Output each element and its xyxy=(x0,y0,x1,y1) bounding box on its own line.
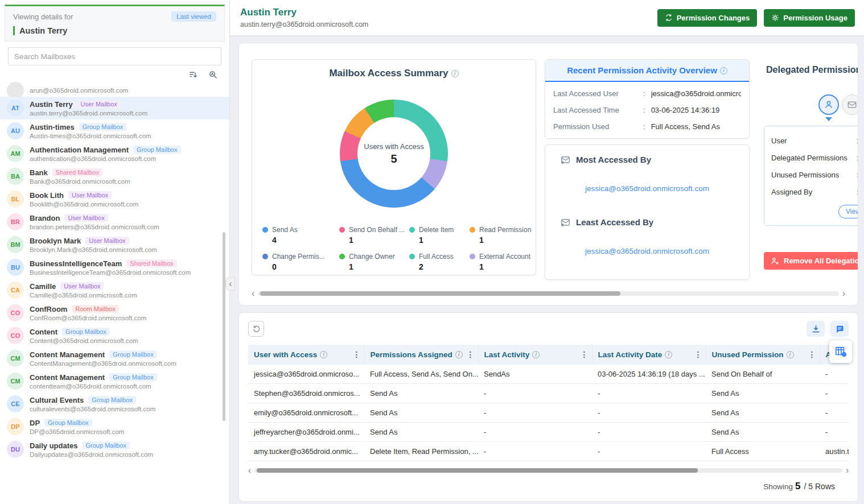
avatar: BL xyxy=(7,191,24,208)
info-icon[interactable]: i xyxy=(665,351,672,358)
delegated-user-view-icon[interactable] xyxy=(818,94,839,115)
mailbox-list-item[interactable]: DU Daily updates Group Mailbox Dailyupda… xyxy=(0,438,229,461)
info-icon[interactable]: i xyxy=(455,351,463,358)
table-row[interactable]: emily@o365droid.onmicrosoft...Send As--S… xyxy=(248,403,849,423)
gear-icon xyxy=(771,14,779,22)
remove-all-delegation-button[interactable]: Remove All Delegation xyxy=(764,252,858,270)
most-accessed-label: Most Accessed By xyxy=(576,155,651,164)
info-icon[interactable]: i xyxy=(787,351,794,358)
mail-info-icon xyxy=(560,154,571,165)
column-menu-icon[interactable]: ⋮ xyxy=(694,350,702,359)
column-header[interactable]: Permissions Assignedi⋮ xyxy=(364,345,478,365)
column-menu-icon[interactable]: ⋮ xyxy=(581,350,589,359)
column-header-label: Unused Permission xyxy=(712,350,784,359)
column-header[interactable]: Last Activity Datei⋮ xyxy=(592,345,706,365)
sort-icon[interactable] xyxy=(188,70,198,80)
legend-value: 0 xyxy=(272,262,339,271)
scroll-right-icon[interactable]: › xyxy=(842,289,845,298)
sidebar-collapse-handle[interactable]: ‹ xyxy=(225,277,235,291)
table-wrapper: User with Accessi⋮Permissions Assignedi⋮… xyxy=(248,345,849,461)
feedback-message-button[interactable] xyxy=(830,321,849,337)
column-menu-icon[interactable]: ⋮ xyxy=(467,350,475,359)
mailbox-email: Dailyupdates@o365droid.onmicrosoft.com xyxy=(30,451,225,458)
accessed-by-card: Most Accessed By jessica@o365droid.onmic… xyxy=(545,144,750,280)
info-icon[interactable]: i xyxy=(451,70,459,77)
avatar: BR xyxy=(7,213,24,230)
legend-item: Delete Item 1 xyxy=(409,226,470,245)
viewing-details-label: Viewing details for xyxy=(13,13,73,21)
scroll-left-icon[interactable]: ‹ xyxy=(252,289,254,298)
table-cell: amy.tucker@o365droid.onmic... xyxy=(248,442,364,461)
mailbox-type-badge: Group Mailbox xyxy=(88,396,136,404)
scrollbar-thumb[interactable] xyxy=(257,468,697,473)
mailbox-name: Content xyxy=(30,328,57,336)
scrollbar-thumb[interactable] xyxy=(260,291,620,296)
scrollbar-track[interactable] xyxy=(258,291,838,296)
delegated-card-title: Delegated Permissions xyxy=(764,65,858,75)
mailbox-list-item[interactable]: DP DP Group Mailbox DP@o365droid.onmicro… xyxy=(0,415,229,438)
avatar: CM xyxy=(7,373,24,390)
mailbox-list-item[interactable]: AT Austin Terry User Mailbox austin.terr… xyxy=(0,97,229,119)
column-chooser-button[interactable] xyxy=(829,340,852,363)
scrollbar-track[interactable] xyxy=(254,468,842,473)
mailbox-type-badge: Group Mailbox xyxy=(83,441,130,449)
table-row[interactable]: jessica@o365droid.onmicroso...Full Acces… xyxy=(248,365,849,384)
table-row[interactable]: jeffreyarcher@o365droid.onmi...Send As--… xyxy=(248,423,849,442)
mailbox-name: Brooklyn Mark xyxy=(30,237,81,245)
column-header[interactable]: Unused Permissioni⋮ xyxy=(706,345,820,365)
viewing-details-box: Viewing details for Last viewed Austin T… xyxy=(5,5,225,42)
search-mailboxes-input[interactable] xyxy=(8,47,221,65)
info-icon[interactable]: i xyxy=(720,67,727,75)
mailbox-list-item[interactable]: CO ConfRoom Room Mailbox ConfRoom@o365dr… xyxy=(0,301,229,324)
delegation-field-label: User xyxy=(771,137,857,145)
column-header[interactable]: User with Accessi⋮ xyxy=(248,345,364,365)
advanced-search-icon[interactable] xyxy=(208,70,218,80)
mailbox-list-item[interactable]: CM Content Management Group Mailbox cont… xyxy=(0,370,229,393)
mailbox-list-item[interactable]: AU Austin-times Group Mailbox Austin-tim… xyxy=(0,119,229,142)
activity-detail-row: Last Accessed Time : 03-06-2025 14:36:19 xyxy=(545,102,749,118)
view-details-button[interactable]: View Details xyxy=(838,205,858,218)
scroll-left-icon[interactable]: ‹ xyxy=(248,466,251,475)
most-accessed-link[interactable]: jessica@o365droid.onmicrosoft.com xyxy=(545,184,749,193)
legend-value: 1 xyxy=(479,262,531,271)
mailbox-list-item[interactable]: CA Camille User Mailbox Camille@o365droi… xyxy=(0,279,229,301)
info-icon[interactable]: i xyxy=(532,351,540,358)
scroll-right-icon[interactable]: › xyxy=(846,466,849,475)
mailbox-email: arun@o365droid.onmicrosoft.com xyxy=(30,87,225,94)
mailbox-list-item[interactable]: CE Cultural Events Group Mailbox cultura… xyxy=(0,393,229,415)
permission-changes-button[interactable]: Permission Changes xyxy=(657,9,758,27)
history-icon xyxy=(665,14,673,22)
mailbox-list-item[interactable]: BA Bank Shared Mailbox Bank@o365droid.on… xyxy=(0,165,229,188)
table-cell: Send As xyxy=(364,403,478,423)
sidebar-scrollbar[interactable] xyxy=(223,232,225,421)
mailbox-email: DP@o365droid.onmicrosoft.com xyxy=(30,428,225,435)
mailbox-list-item[interactable]: arun@o365droid.onmicrosoft.com xyxy=(0,82,229,97)
mailbox-type-badge: User Mailbox xyxy=(77,100,121,108)
mailbox-list-item[interactable]: BL Book Lith User Mailbox Booklith@o365d… xyxy=(0,188,229,210)
column-header[interactable]: Last Activityi⋮ xyxy=(478,345,592,365)
mailbox-list-item[interactable]: AM Authentication Management Group Mailb… xyxy=(0,142,229,165)
table-cell: Send As xyxy=(364,384,478,403)
mailbox-email: Content@o365droid.onmicrosoft.com xyxy=(30,337,225,344)
mailbox-email: Brooklyn.Mark@o365droid.onmicrosoft.com xyxy=(30,246,225,253)
permission-changes-label: Permission Changes xyxy=(677,14,750,22)
mailbox-email: culturalevents@o365droid.onmicrosoft.com xyxy=(30,406,225,412)
column-menu-icon[interactable]: ⋮ xyxy=(353,350,361,359)
mailbox-list-item[interactable]: CM Content Management Group Mailbox Cont… xyxy=(0,347,229,370)
mailbox-list-item[interactable]: CO Content Group Mailbox Content@o365dro… xyxy=(0,324,229,347)
activity-detail-row: Permission Used : Full Access, Send As xyxy=(545,118,749,135)
mailbox-list-item[interactable]: BM Brooklyn Mark User Mailbox Brooklyn.M… xyxy=(0,233,229,256)
permission-usage-button[interactable]: Permission Usage xyxy=(764,9,855,27)
showing-value: 5 xyxy=(795,481,800,491)
table-row[interactable]: Stephen@o365droid.onmicros...Send As--Se… xyxy=(248,384,849,403)
info-icon[interactable]: i xyxy=(320,351,327,358)
delegated-mail-view-icon[interactable] xyxy=(842,94,858,115)
export-download-button[interactable] xyxy=(807,321,825,337)
mailbox-list-item[interactable]: BR Brandon User Mailbox brandon.peters@o… xyxy=(0,210,229,233)
table-cell: - xyxy=(478,423,592,442)
least-accessed-link[interactable]: jessica@o365droid.onmicrosoft.com xyxy=(545,247,749,255)
refresh-button[interactable] xyxy=(248,321,264,337)
mailbox-list-item[interactable]: BU BusinessIntelligenceTeam Shared Mailb… xyxy=(0,256,229,279)
column-menu-icon[interactable]: ⋮ xyxy=(808,350,816,359)
table-row[interactable]: amy.tucker@o365droid.onmic...Delete Item… xyxy=(248,442,849,461)
